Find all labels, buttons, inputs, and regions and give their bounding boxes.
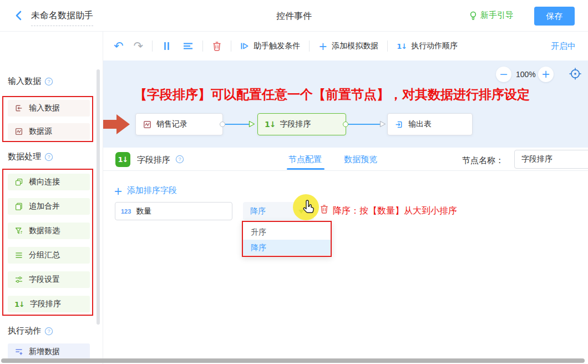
- divider: [387, 41, 388, 52]
- sidebar-item-group-summary[interactable]: 分组汇总: [8, 247, 90, 264]
- item-label: 横向连接: [29, 177, 60, 187]
- item-label: 新增数据: [29, 347, 60, 357]
- item-label: 分组汇总: [29, 250, 60, 260]
- section-title: 输入数据: [8, 76, 41, 87]
- sort-order-value: 降序: [250, 206, 266, 216]
- sidebar-item-data-source[interactable]: 数据源: [8, 123, 90, 140]
- flow-canvas[interactable]: − 100% + 【字段排序】可以配置任意一个【前置节点】，对其数据进行排序设定…: [103, 60, 588, 148]
- help-icon[interactable]: ?: [44, 77, 53, 86]
- item-label: 数据筛选: [29, 226, 60, 236]
- help-icon[interactable]: ?: [44, 153, 53, 161]
- join-icon: [14, 178, 23, 186]
- sidebar-item-field-setting[interactable]: 字段设置: [8, 271, 90, 288]
- delete-sort-field-icon[interactable]: [320, 204, 329, 214]
- section-data-process: 数据处理 ?: [8, 151, 53, 162]
- output-port[interactable]: [343, 122, 348, 127]
- status-toggle[interactable]: 开启中: [551, 41, 576, 52]
- edge-arrowhead: [379, 120, 386, 128]
- field-sort-icon: 1↓: [115, 152, 130, 167]
- edge-sort-to-output: [348, 124, 381, 125]
- node-output-table[interactable]: 输出表: [387, 113, 473, 135]
- plus-icon: +: [114, 186, 123, 195]
- delete-icon[interactable]: [212, 41, 222, 52]
- sort-icon: 1↓: [265, 120, 275, 129]
- zoom-level: 100%: [516, 70, 536, 79]
- panel-header: 1↓ 字段排序 ? 节点配置 数据预览 节点名称：: [103, 148, 588, 171]
- sliders-icon: [14, 275, 23, 284]
- active-tab-indicator: [287, 168, 325, 170]
- redo-icon[interactable]: ↷: [134, 41, 144, 52]
- save-button[interactable]: 保存: [534, 7, 575, 26]
- guide-label: 新手引导: [480, 10, 514, 21]
- add-mock-label[interactable]: 添加模拟数据: [332, 41, 378, 51]
- group-icon: [14, 251, 23, 260]
- field-name: 数量: [136, 206, 151, 216]
- sidebar-item-add-data[interactable]: 新增数据: [8, 343, 90, 360]
- action-order-icon[interactable]: 1↓: [397, 42, 407, 50]
- item-label: 字段设置: [29, 275, 60, 285]
- edge-source-to-sort: [225, 124, 250, 125]
- bulb-icon: [469, 11, 478, 21]
- export-icon: [394, 120, 404, 129]
- undo-icon[interactable]: ↶: [114, 41, 124, 52]
- node-field-sort[interactable]: 1↓ 字段排序: [257, 113, 346, 135]
- filter-icon: [14, 226, 23, 235]
- align-horizontal-icon[interactable]: [183, 41, 194, 51]
- help-icon[interactable]: ?: [44, 327, 53, 336]
- align-vertical-icon[interactable]: [161, 41, 171, 51]
- canvas-toolbar: ↶ ↷ 助手触发条件 + 添加模拟数据 1↓ 执行动作顺序 开启中: [103, 32, 588, 60]
- tab-data-preview[interactable]: 数据预览: [344, 154, 377, 165]
- trigger-label[interactable]: 助手触发条件: [254, 41, 300, 51]
- tab-node-config[interactable]: 节点配置: [288, 154, 322, 165]
- import-icon: [14, 104, 23, 113]
- panel-title: 字段排序: [137, 155, 170, 165]
- zoom-out-button[interactable]: −: [496, 67, 511, 82]
- node-label: 销售记录: [156, 119, 187, 129]
- zoom-in-button[interactable]: +: [538, 67, 554, 82]
- item-label: 输入数据: [29, 103, 60, 113]
- horizontal-scrollbar[interactable]: [1, 358, 585, 363]
- help-icon[interactable]: ?: [175, 155, 184, 164]
- node-label: 输出表: [408, 119, 432, 129]
- node-sales-record[interactable]: 销售记录: [135, 113, 223, 135]
- action-order-label[interactable]: 执行动作顺序: [411, 41, 458, 51]
- option-descending[interactable]: 降序: [243, 240, 331, 255]
- sidebar-item-append-merge[interactable]: 追加合并: [8, 198, 90, 215]
- add-sort-field-button[interactable]: + 添加排序字段: [114, 185, 177, 196]
- section-title: 执行动作: [8, 326, 41, 336]
- item-label: 追加合并: [29, 201, 60, 211]
- output-port[interactable]: [220, 122, 225, 127]
- merge-icon: [14, 202, 23, 211]
- beginner-guide-link[interactable]: 新手引导: [469, 10, 514, 21]
- datasource-icon: [143, 120, 152, 129]
- annotation-arrow-icon: [102, 113, 130, 136]
- svg-text:?: ?: [47, 328, 50, 334]
- divider: [309, 41, 310, 52]
- add-sort-field-label: 添加排序字段: [127, 185, 177, 196]
- section-exec-action: 执行动作 ?: [8, 326, 53, 336]
- sort-order-dropdown: 升序 降序: [242, 221, 332, 257]
- sidebar: 输入数据 ? 输入数据 数据源 数据处理 ? 横向连接 追加合并 数据筛选: [0, 32, 103, 364]
- sidebar-scrollbar[interactable]: [97, 69, 100, 325]
- svg-text:?: ?: [47, 79, 50, 84]
- edge-arrowhead: [249, 120, 255, 128]
- add-data-icon: [14, 347, 23, 356]
- sidebar-item-data-filter[interactable]: 数据筛选: [8, 223, 90, 239]
- locate-icon[interactable]: [568, 67, 582, 81]
- annotation-box-process: [2, 169, 93, 316]
- sort-field-select[interactable]: 123 数量: [115, 202, 232, 220]
- top-bar: 未命名数据助手 控件事件 新手引导 保存: [0, 0, 588, 32]
- field-type-badge: 123: [121, 208, 131, 215]
- sidebar-item-horizontal-join[interactable]: 横向连接: [8, 174, 90, 190]
- trigger-icon[interactable]: [240, 42, 249, 50]
- sort-icon: 1↓: [14, 300, 24, 309]
- item-label: 字段排序: [30, 299, 61, 309]
- section-input-data: 输入数据 ?: [8, 76, 53, 87]
- section-title: 数据处理: [8, 151, 41, 162]
- sidebar-item-input-data[interactable]: 输入数据: [8, 100, 90, 117]
- sort-hint-text: 降序：按【数量】从大到小排序: [333, 205, 457, 217]
- sidebar-item-field-sort[interactable]: 1↓ 字段排序: [8, 296, 90, 312]
- option-ascending[interactable]: 升序: [243, 224, 331, 240]
- add-mock-icon[interactable]: +: [318, 42, 327, 50]
- node-name-input[interactable]: [514, 150, 588, 169]
